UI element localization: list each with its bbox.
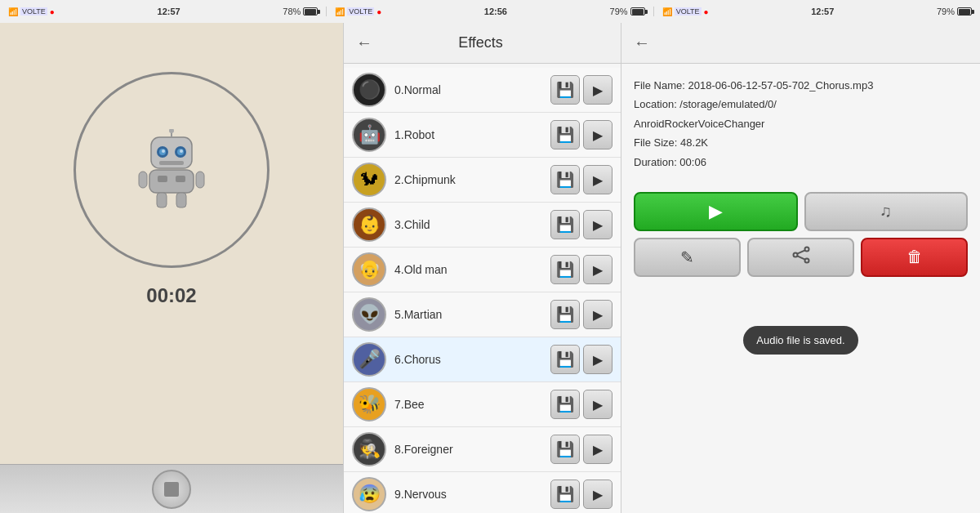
- battery-icon-3: [957, 7, 972, 16]
- save-btn-6[interactable]: 💾: [550, 345, 580, 374]
- effect-item-9[interactable]: 😰 9.Nervous 💾 ▶: [344, 472, 621, 513]
- effect-item-0[interactable]: ⚫ 0.Normal 💾 ▶: [344, 68, 621, 113]
- right-header: ←: [621, 23, 980, 64]
- music-icon: ♫: [880, 202, 892, 221]
- effect-item-6[interactable]: 🎤 6.Chorus 💾 ▶: [344, 337, 621, 382]
- effect-name-7: 7.Bee: [386, 398, 547, 411]
- status-seg-1: 📶 VOLTE ● 12:57 78%: [0, 7, 327, 16]
- main-container: 00:02 ← Effects ⚫ 0.Normal 💾 ▶: [0, 23, 980, 513]
- stop-button[interactable]: [152, 470, 191, 509]
- save-btn-8[interactable]: 💾: [550, 435, 580, 464]
- status-seg-3: 📶 VOLTE ● 12:57 79%: [654, 7, 980, 16]
- effect-avatar-8: 🕵: [352, 432, 386, 466]
- save-btn-2[interactable]: 💾: [550, 165, 580, 194]
- effect-item-4[interactable]: 👴 4.Old man 💾 ▶: [344, 248, 621, 292]
- battery-pct-2: 79%: [610, 7, 628, 16]
- play-btn-3[interactable]: ▶: [583, 210, 612, 239]
- svg-rect-14: [196, 172, 204, 188]
- circle-visualizer: [74, 72, 270, 268]
- svg-rect-11: [158, 176, 167, 182]
- action-row-2: ✎ �: [634, 238, 968, 277]
- music-button[interactable]: ♫: [804, 192, 969, 231]
- save-icon-2: 💾: [556, 171, 574, 189]
- play-icon-3: ▶: [593, 217, 603, 233]
- effect-item-2[interactable]: 🐿 2.Chipmunk 💾 ▶: [344, 158, 621, 203]
- play-button[interactable]: ▶: [634, 192, 798, 231]
- rec-dot-3: ●: [704, 7, 709, 16]
- save-btn-5[interactable]: 💾: [550, 300, 580, 329]
- action-buttons: ▶ ♫ ✎: [621, 184, 980, 285]
- file-size: File Size: 48.2K: [634, 133, 968, 152]
- svg-rect-15: [157, 193, 167, 207]
- toast-message: Audio file is saved.: [743, 326, 858, 355]
- edit-button[interactable]: ✎: [634, 238, 741, 277]
- play-icon-8: ▶: [593, 442, 603, 457]
- time-1: 12:57: [158, 7, 180, 16]
- effect-avatar-4: 👴: [352, 252, 386, 287]
- effect-avatar-6: 🎤: [352, 342, 386, 377]
- file-location: Location: /storage/emulated/0/: [634, 95, 968, 114]
- signal-2: 📶: [335, 7, 345, 16]
- save-btn-7[interactable]: 💾: [550, 390, 580, 419]
- svg-point-8: [169, 129, 174, 133]
- play-btn-7[interactable]: ▶: [583, 390, 612, 419]
- battery-icon-1: [303, 7, 318, 16]
- file-name: File Name: 2018-06-06-12-57-05-702_Choru…: [634, 76, 968, 95]
- effect-avatar-7: 🐝: [352, 387, 386, 422]
- back-arrow-right[interactable]: ←: [634, 33, 650, 52]
- save-icon-8: 💾: [556, 440, 574, 458]
- play-btn-4[interactable]: ▶: [583, 255, 612, 284]
- play-btn-1[interactable]: ▶: [583, 120, 612, 149]
- time-3: 12:57: [811, 7, 834, 16]
- effects-list[interactable]: ⚫ 0.Normal 💾 ▶ 🤖 1.Robot 💾 ▶ 🐿: [344, 64, 621, 513]
- action-row-1: ▶ ♫: [634, 192, 968, 231]
- share-button[interactable]: [747, 238, 854, 277]
- status-right-1: 78%: [283, 7, 318, 16]
- effect-avatar-3: 👶: [352, 207, 386, 242]
- svg-rect-16: [176, 193, 186, 207]
- play-icon-4: ▶: [593, 262, 603, 278]
- play-btn-0[interactable]: ▶: [583, 75, 612, 105]
- effect-item-8[interactable]: 🕵 8.Foreigner 💾 ▶: [344, 427, 621, 472]
- status-right-3: 79%: [937, 7, 972, 16]
- save-btn-4[interactable]: 💾: [550, 255, 580, 284]
- save-btn-3[interactable]: 💾: [550, 210, 580, 239]
- effect-item-7[interactable]: 🐝 7.Bee 💾 ▶: [344, 382, 621, 427]
- svg-point-19: [804, 259, 808, 263]
- svg-line-21: [797, 251, 804, 254]
- effect-name-1: 1.Robot: [386, 128, 547, 141]
- save-btn-0[interactable]: 💾: [550, 75, 580, 105]
- svg-rect-13: [139, 172, 147, 188]
- play-btn-5[interactable]: ▶: [583, 300, 612, 329]
- right-panel: ← File Name: 2018-06-06-12-57-05-702_Cho…: [621, 23, 980, 513]
- svg-line-20: [797, 256, 804, 260]
- play-icon-5: ▶: [593, 307, 603, 323]
- save-btn-1[interactable]: 💾: [550, 120, 580, 149]
- play-btn-9[interactable]: ▶: [583, 480, 612, 509]
- back-arrow-middle[interactable]: ←: [356, 33, 372, 52]
- status-left-2: 📶 VOLTE ●: [335, 7, 381, 16]
- svg-point-6: [180, 149, 183, 153]
- play-btn-8[interactable]: ▶: [583, 435, 612, 464]
- save-btn-9[interactable]: 💾: [550, 480, 580, 509]
- battery-fill-3: [959, 9, 970, 15]
- status-left-3: 📶 VOLTE ●: [662, 7, 709, 16]
- effect-item-3[interactable]: 👶 3.Child 💾 ▶: [344, 203, 621, 248]
- effect-name-6: 6.Chorus: [386, 353, 547, 366]
- delete-button[interactable]: 🗑: [861, 238, 968, 277]
- play-icon-2: ▶: [593, 172, 603, 188]
- play-icon-1: ▶: [593, 127, 603, 143]
- battery-pct-3: 79%: [937, 7, 955, 16]
- play-icon-7: ▶: [593, 397, 603, 413]
- effect-name-3: 3.Child: [386, 218, 547, 231]
- status-bar: 📶 VOLTE ● 12:57 78% 📶 VOLTE ● 12:56 79% …: [0, 0, 980, 23]
- effect-item-1[interactable]: 🤖 1.Robot 💾 ▶: [344, 113, 621, 158]
- battery-fill-1: [305, 9, 316, 15]
- play-btn-6[interactable]: ▶: [583, 345, 612, 374]
- vol-1: VOLTE: [20, 7, 47, 16]
- effect-item-5[interactable]: 👽 5.Martian 💾 ▶: [344, 292, 621, 337]
- effects-header: ← Effects: [344, 23, 621, 64]
- left-panel: 00:02: [0, 23, 343, 513]
- play-btn-2[interactable]: ▶: [583, 165, 612, 194]
- svg-point-17: [804, 248, 808, 252]
